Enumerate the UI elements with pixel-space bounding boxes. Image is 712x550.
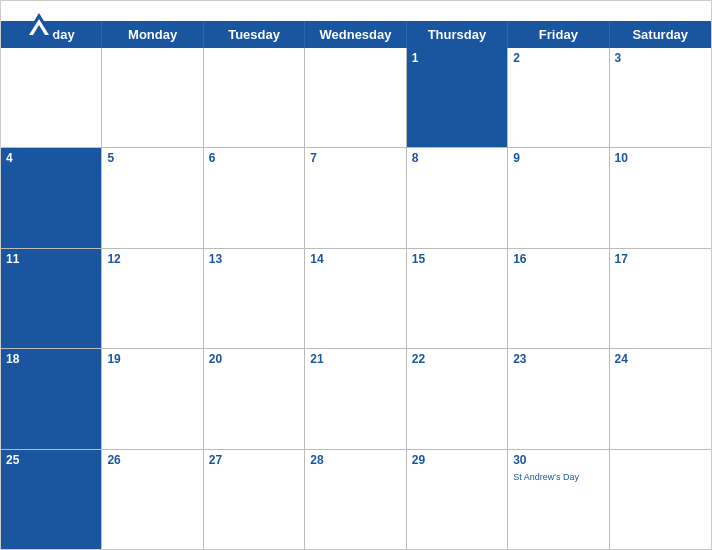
date-number: 17 [610,249,711,269]
date-number: 5 [102,148,202,168]
date-number: 19 [102,349,202,369]
date-number: 22 [407,349,507,369]
date-number: 24 [610,349,711,369]
date-cell-25: 25 [1,450,102,549]
date-cell-20: 20 [204,349,305,448]
day-header-tuesday: Tuesday [204,21,305,48]
date-cell-17: 17 [610,249,711,348]
week-row-5: 252627282930St Andrew's Day [1,450,711,549]
date-cell-4: 4 [1,148,102,247]
date-number: 6 [204,148,304,168]
empty-cell [610,450,711,549]
day-header-saturday: Saturday [610,21,711,48]
date-cell-6: 6 [204,148,305,247]
date-number: 9 [508,148,608,168]
calendar: SundayMondayTuesdayWednesdayThursdayFrid… [0,0,712,550]
day-header-friday: Friday [508,21,609,48]
date-number: 15 [407,249,507,269]
day-header-wednesday: Wednesday [305,21,406,48]
week-row-4: 18192021222324 [1,349,711,449]
date-cell-11: 11 [1,249,102,348]
date-cell-26: 26 [102,450,203,549]
logo [21,11,61,41]
day-header-monday: Monday [102,21,203,48]
date-cell-23: 23 [508,349,609,448]
logo-icon [21,11,57,41]
calendar-header [1,1,711,21]
date-cell-24: 24 [610,349,711,448]
date-cell-22: 22 [407,349,508,448]
date-cell-8: 8 [407,148,508,247]
date-number: 27 [204,450,304,470]
date-number: 23 [508,349,608,369]
date-cell-13: 13 [204,249,305,348]
date-number: 26 [102,450,202,470]
date-cell-19: 19 [102,349,203,448]
date-number: 11 [1,249,101,269]
day-headers: SundayMondayTuesdayWednesdayThursdayFrid… [1,21,711,48]
date-number: 14 [305,249,405,269]
empty-cell [305,48,406,147]
date-cell-12: 12 [102,249,203,348]
date-cell-27: 27 [204,450,305,549]
date-number: 25 [1,450,101,470]
date-cell-28: 28 [305,450,406,549]
date-number: 30 [508,450,608,470]
date-number: 20 [204,349,304,369]
date-cell-5: 5 [102,148,203,247]
date-cell-18: 18 [1,349,102,448]
date-cell-16: 16 [508,249,609,348]
empty-cell [102,48,203,147]
date-cell-10: 10 [610,148,711,247]
date-number: 7 [305,148,405,168]
empty-cell [1,48,102,147]
date-number: 21 [305,349,405,369]
date-number: 29 [407,450,507,470]
calendar-grid: 1234567891011121314151617181920212223242… [1,48,711,549]
empty-cell [204,48,305,147]
date-cell-30: 30St Andrew's Day [508,450,609,549]
date-number: 2 [508,48,608,68]
day-header-thursday: Thursday [407,21,508,48]
date-cell-21: 21 [305,349,406,448]
date-cell-9: 9 [508,148,609,247]
date-cell-15: 15 [407,249,508,348]
date-number: 8 [407,148,507,168]
date-number: 18 [1,349,101,369]
week-row-1: 123 [1,48,711,148]
week-row-2: 45678910 [1,148,711,248]
date-cell-2: 2 [508,48,609,147]
date-number: 16 [508,249,608,269]
date-cell-29: 29 [407,450,508,549]
date-cell-7: 7 [305,148,406,247]
date-cell-3: 3 [610,48,711,147]
date-number: 1 [407,48,507,68]
date-number: 4 [1,148,101,168]
week-row-3: 11121314151617 [1,249,711,349]
date-number: 13 [204,249,304,269]
date-number: 10 [610,148,711,168]
date-number: 12 [102,249,202,269]
date-cell-14: 14 [305,249,406,348]
holiday-label: St Andrew's Day [508,470,608,484]
date-number: 3 [610,48,711,68]
date-cell-1: 1 [407,48,508,147]
date-number: 28 [305,450,405,470]
